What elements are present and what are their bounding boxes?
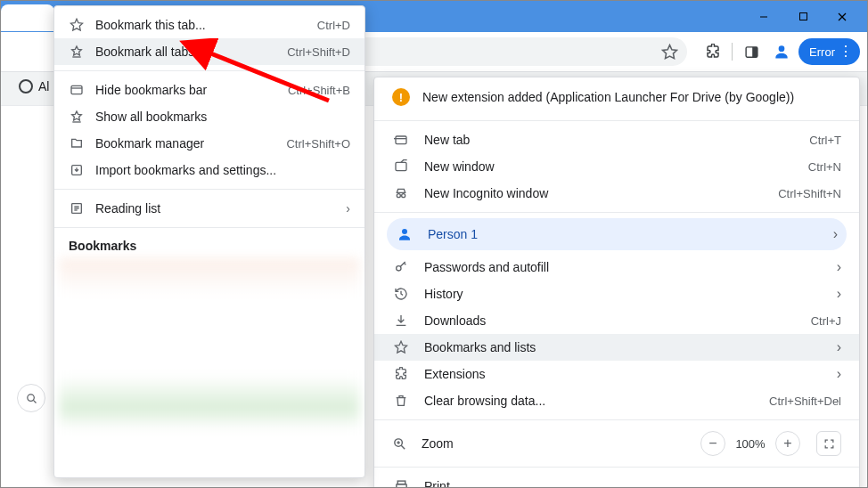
profile-icon[interactable] xyxy=(768,38,795,65)
reading-list-label: Reading list xyxy=(95,201,346,216)
zoom-label: Zoom xyxy=(422,436,697,451)
window-close-button[interactable] xyxy=(823,4,862,29)
history-icon xyxy=(392,285,410,303)
menu-item-accel: Ctrl+Shift+Del xyxy=(769,394,841,408)
svg-point-17 xyxy=(397,266,401,271)
submenu-item-accel: Ctrl+D xyxy=(317,19,350,32)
menu-item-new-tab[interactable]: New tab Ctrl+T xyxy=(374,126,859,153)
side-panel-icon[interactable] xyxy=(738,38,765,65)
submenu-item-bookmark-manager[interactable]: Bookmark manager Ctrl+Shift+O xyxy=(54,130,364,157)
submenu-item-label: Bookmark manager xyxy=(95,136,286,150)
error-label: Error xyxy=(809,45,835,59)
svg-point-8 xyxy=(27,394,34,401)
zoom-row: Zoom − 100% + xyxy=(374,426,859,461)
warning-icon: ! xyxy=(392,88,410,106)
menu-item-extensions[interactable]: Extensions › xyxy=(374,361,859,387)
manager-icon xyxy=(69,135,85,151)
star-multi-icon xyxy=(69,44,85,60)
submenu-item-show-all-bookmarks[interactable]: Show all bookmarks xyxy=(54,103,364,130)
extension-notice[interactable]: ! New extension added (Application Launc… xyxy=(374,85,859,115)
menu-item-label: Passwords and autofill xyxy=(424,260,837,274)
svg-point-14 xyxy=(402,194,405,198)
bookmarks-submenu: Bookmark this tab... Ctrl+D Bookmark all… xyxy=(53,5,365,478)
svg-rect-10 xyxy=(396,136,406,144)
person-icon xyxy=(396,225,414,243)
menu-item-downloads[interactable]: Downloads Ctrl+J xyxy=(374,307,859,334)
menu-item-label: New Incognito window xyxy=(424,186,778,200)
reading-list-row[interactable]: Reading list › xyxy=(54,195,364,222)
window-maximize-button[interactable] xyxy=(783,4,823,29)
import-icon xyxy=(69,162,85,178)
star-icon xyxy=(69,17,85,33)
svg-marker-4 xyxy=(663,45,677,58)
svg-rect-12 xyxy=(396,162,406,170)
trash-icon xyxy=(392,392,410,410)
svg-rect-6 xyxy=(752,46,757,56)
chrome-main-menu: ! New extension added (Application Launc… xyxy=(373,77,860,488)
extensions-icon[interactable] xyxy=(700,38,726,65)
svg-marker-31 xyxy=(72,111,82,120)
download-icon xyxy=(392,312,410,329)
print-icon xyxy=(392,477,410,488)
menu-item-label: Bookmarks and lists xyxy=(424,340,837,354)
menu-print-label: Print xyxy=(424,479,841,488)
submenu-item-import-bookmarks-and-settings-[interactable]: Import bookmarks and settings... xyxy=(54,157,364,183)
bar-icon xyxy=(69,82,85,98)
submenu-item-bookmark-this-tab-[interactable]: Bookmark this tab... Ctrl+D xyxy=(54,12,364,38)
submenu-item-hide-bookmarks-bar[interactable]: Hide bookmarks bar Ctrl+Shift+B xyxy=(54,77,364,103)
tab-icon xyxy=(392,131,410,149)
submenu-item-accel: Ctrl+Shift+D xyxy=(287,45,350,59)
chevron-right-icon: › xyxy=(833,226,838,242)
submenu-item-accel: Ctrl+Shift+O xyxy=(286,137,350,150)
content-band-label: Al xyxy=(38,79,49,94)
separator xyxy=(54,189,364,190)
ring-icon xyxy=(19,79,33,94)
menu-item-passwords-and-autofill[interactable]: Passwords and autofill › xyxy=(374,254,859,281)
window-icon xyxy=(392,158,410,175)
submenu-item-label: Show all bookmarks xyxy=(95,110,350,124)
tab-strip[interactable] xyxy=(1,4,54,31)
menu-item-clear-browsing-data-[interactable]: Clear browsing data... Ctrl+Shift+Del xyxy=(374,387,859,414)
menu-item-label: History xyxy=(424,287,837,301)
profile-label: Person 1 xyxy=(428,227,833,241)
reading-list-icon xyxy=(69,200,85,216)
zoom-out-button[interactable]: − xyxy=(700,431,725,456)
submenu-item-label: Import bookmarks and settings... xyxy=(95,163,350,177)
error-button[interactable]: Error ⋮ xyxy=(798,38,860,65)
profile-row[interactable]: Person 1 › xyxy=(387,218,847,250)
search-bookmarks-button[interactable] xyxy=(17,384,45,412)
menu-dots-icon: ⋮ xyxy=(839,45,853,59)
menu-item-bookmarks-and-lists[interactable]: Bookmarks and lists › xyxy=(374,334,859,361)
zoom-in-button[interactable]: + xyxy=(775,431,800,456)
window-minimize-button[interactable] xyxy=(744,4,783,29)
fullscreen-button[interactable] xyxy=(816,431,841,456)
menu-item-new-window[interactable]: New window Ctrl+N xyxy=(374,153,859,180)
svg-rect-24 xyxy=(396,484,405,488)
chevron-right-icon: › xyxy=(346,201,350,216)
svg-rect-29 xyxy=(71,85,82,94)
zoom-value: 100% xyxy=(729,437,772,451)
chevron-right-icon: › xyxy=(837,259,841,275)
menu-item-label: New tab xyxy=(424,133,809,147)
divider xyxy=(732,43,733,61)
menu-print[interactable]: Print xyxy=(374,473,859,488)
svg-point-13 xyxy=(397,194,400,198)
svg-line-20 xyxy=(401,445,405,449)
separator xyxy=(54,70,364,71)
menu-item-history[interactable]: History › xyxy=(374,281,859,307)
menu-item-accel: Ctrl+T xyxy=(809,134,841,147)
menu-item-accel: Ctrl+N xyxy=(808,160,841,174)
separator xyxy=(374,212,859,213)
chevron-right-icon: › xyxy=(837,366,841,382)
menu-item-label: Extensions xyxy=(424,367,837,381)
svg-line-9 xyxy=(33,400,36,403)
menu-item-label: Downloads xyxy=(424,313,811,328)
menu-item-accel: Ctrl+Shift+N xyxy=(778,187,841,200)
menu-item-new-incognito-window[interactable]: New Incognito window Ctrl+Shift+N xyxy=(374,180,859,207)
separator xyxy=(374,120,859,121)
submenu-item-bookmark-all-tabs-[interactable]: Bookmark all tabs... Ctrl+Shift+D xyxy=(54,38,364,65)
star-icon[interactable] xyxy=(661,44,678,61)
key-icon xyxy=(392,258,410,276)
incognito-icon xyxy=(392,184,410,202)
svg-point-7 xyxy=(779,45,785,52)
